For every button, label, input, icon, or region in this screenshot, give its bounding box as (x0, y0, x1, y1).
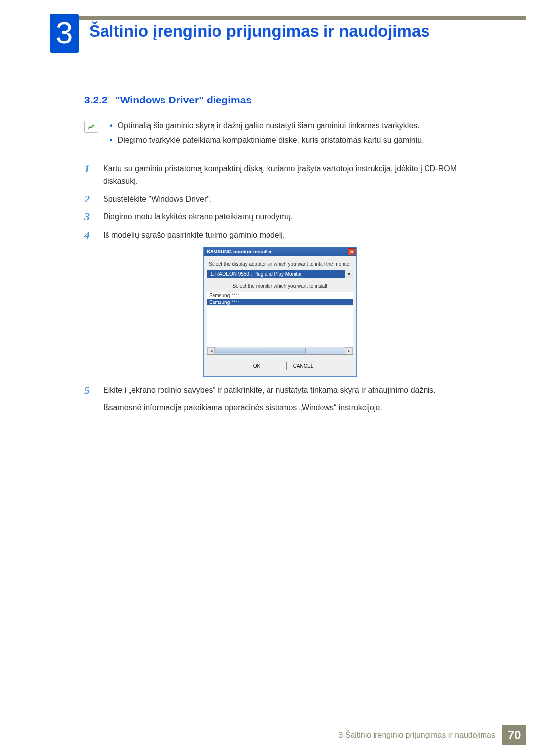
installer-titlebar: SAMSUNG monitor installer ✕ (204, 247, 356, 256)
chapter-title: Šaltinio įrenginio prijungimas ir naudoj… (89, 22, 430, 41)
footer-text: 3 Šaltinio įrenginio prijungimas ir naud… (338, 725, 502, 745)
installer-buttons: OK CANCEL (204, 362, 356, 370)
step-3: 3 Diegimo metu laikykitės ekrane pateiki… (84, 210, 476, 223)
cancel-button[interactable]: CANCEL (286, 362, 320, 370)
note-icon (84, 121, 98, 133)
installer-dialog: SAMSUNG monitor installer ✕ Select the d… (203, 247, 357, 377)
step-number: 2 (84, 193, 94, 205)
installer-label-adapter: Select the display adapter on which you … (204, 256, 356, 270)
chevron-down-icon[interactable]: ▾ (345, 270, 353, 278)
note-block: Optimalią šio gaminio skyrą ir dažnį gal… (84, 120, 476, 149)
list-item[interactable]: Samsung **** (207, 292, 353, 299)
step-text: Iš modelių sąrašo pasirinkite turimo gam… (103, 229, 285, 242)
step-1: 1 Kartu su gaminiu pristatomą kompaktinį… (84, 162, 476, 188)
scroll-thumb[interactable] (215, 348, 306, 353)
chapter-tab: 3 (50, 14, 79, 53)
step-text: Kartu su gaminiu pristatomą kompaktinį d… (103, 162, 476, 188)
step-text: Eikite į „ekrano rodinio savybes“ ir pat… (103, 384, 435, 397)
note-item: Diegimo tvarkyklė pateikiama kompaktinia… (107, 134, 424, 147)
scroll-track[interactable] (215, 347, 345, 354)
installer-label-monitor: Select the monitor which you want to ins… (204, 278, 356, 292)
section-heading: 3.2.2 "Windows Driver" diegimas (84, 94, 476, 106)
list-item[interactable]: Samsung **** (207, 299, 353, 306)
step-text: Spustelėkite "Windows Driver". (103, 193, 212, 205)
step-subtext: Išsamesnė informacija pateikiama operaci… (103, 402, 476, 414)
step-number: 4 (84, 229, 94, 242)
close-icon[interactable]: ✕ (348, 248, 355, 255)
note-item: Optimalią šio gaminio skyrą ir dažnį gal… (107, 120, 424, 132)
scroll-left-icon[interactable]: ◂ (207, 347, 215, 354)
horizontal-scrollbar[interactable]: ◂ ▸ (207, 347, 353, 355)
installer-title-text: SAMSUNG monitor installer (207, 249, 272, 254)
chapter-number: 3 (56, 17, 73, 48)
monitor-list[interactable]: Samsung **** Samsung **** (207, 292, 353, 347)
section-title: "Windows Driver" diegimas (115, 94, 252, 106)
step-4: 4 Iš modelių sąrašo pasirinkite turimo g… (84, 229, 476, 242)
step-number: 1 (84, 162, 94, 188)
section-number: 3.2.2 (84, 94, 107, 106)
step-5: 5 Eikite į „ekrano rodinio savybes“ ir p… (84, 384, 476, 397)
adapter-select-row: 1. RADEON 9550 : Plug and Play Monitor ▾ (207, 270, 353, 278)
step-2: 2 Spustelėkite "Windows Driver". (84, 193, 476, 205)
content-area: 3.2.2 "Windows Driver" diegimas Optimali… (84, 94, 476, 414)
ok-button[interactable]: OK (240, 362, 273, 370)
step-number: 3 (84, 210, 94, 223)
header-bar (50, 16, 526, 20)
note-list: Optimalią šio gaminio skyrą ir dažnį gal… (107, 120, 424, 149)
footer: 3 Šaltinio įrenginio prijungimas ir naud… (338, 725, 526, 745)
adapter-select[interactable]: 1. RADEON 9550 : Plug and Play Monitor (207, 270, 345, 278)
page-number: 70 (502, 725, 526, 745)
step-number: 5 (84, 384, 94, 397)
scroll-right-icon[interactable]: ▸ (345, 347, 353, 354)
step-text: Diegimo metu laikykitės ekrane pateikiam… (103, 210, 293, 223)
